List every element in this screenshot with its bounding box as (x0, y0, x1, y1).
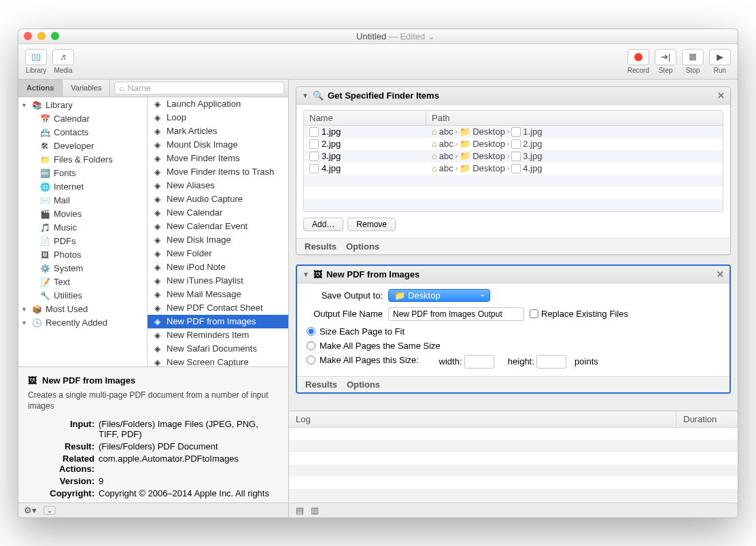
sidebar-item-photos[interactable]: 🖼Photos (18, 248, 147, 262)
action-item[interactable]: ◈New PDF Contact Sheet (148, 301, 288, 315)
action-icon: ◈ (152, 180, 162, 191)
sidebar-item-music[interactable]: 🎵Music (18, 221, 147, 235)
column-view-icon[interactable]: ▥ (311, 505, 319, 515)
sidebar-item-internet[interactable]: 🌐Internet (18, 180, 147, 194)
width-input[interactable] (464, 355, 494, 369)
action-item[interactable]: ◈New Aliases (148, 179, 288, 192)
sidebar-item-label: Files & Folders (54, 154, 113, 165)
results-tab[interactable]: Results (305, 241, 337, 252)
sidebar[interactable]: ▼📚Library📅Calendar📇Contacts🛠Developer📁Fi… (18, 97, 148, 366)
sidebar-item-mail[interactable]: ✉️Mail (18, 194, 147, 207)
action-item[interactable]: ◈Loop (148, 111, 288, 124)
run-button[interactable]: ▶Run (709, 49, 731, 74)
tab-variables[interactable]: Variables (63, 80, 110, 97)
sidebar-item-fonts[interactable]: 🔤Fonts (18, 167, 147, 180)
disclosure-icon[interactable]: ▼ (21, 102, 28, 109)
finder-items-table[interactable]: NamePath 1.jpg⌂ abc › 📁 Desktop › 1.jpg2… (303, 110, 723, 212)
left-header: Actions Variables ⌕ Name (18, 80, 288, 97)
action-item[interactable]: ◈New Reminders Item (148, 328, 288, 342)
image-icon (309, 127, 319, 137)
size-same-radio[interactable]: Make All Pages the Same Size (307, 341, 441, 351)
media-button[interactable]: ♬ Media (52, 49, 74, 74)
action-item[interactable]: ◈Move Finder Items to Trash (148, 165, 288, 179)
duration-header[interactable]: Duration (676, 411, 738, 427)
search-input[interactable]: ⌕ Name (114, 82, 284, 95)
action-item[interactable]: ◈Mount Disk Image (148, 138, 288, 152)
size-fit-radio[interactable]: Size Each Page to Fit (307, 326, 405, 337)
filename-input[interactable] (388, 307, 524, 321)
sidebar-item-calendar[interactable]: 📅Calendar (18, 112, 147, 126)
action-icon: ◈ (152, 343, 162, 354)
library-button[interactable]: ▯▯ Library (25, 49, 47, 74)
action-item[interactable]: ◈New Calendar (148, 206, 288, 220)
replace-checkbox[interactable]: Replace Existing Files (530, 309, 628, 319)
action-item[interactable]: ◈Mark Articles (148, 124, 288, 138)
table-row[interactable]: 1.jpg⌂ abc › 📁 Desktop › 1.jpg (304, 126, 723, 138)
size-custom-radio[interactable]: Make All Pages this Size: (307, 355, 419, 365)
actions-list[interactable]: ◈Launch Application◈Loop◈Mark Articles◈M… (148, 97, 288, 366)
disclosure-icon[interactable]: ⌄ (44, 506, 56, 515)
sidebar-item-label: Recently Added (46, 318, 107, 328)
minimize-icon[interactable] (37, 32, 46, 40)
add-button[interactable]: Add… (303, 218, 343, 231)
action-item[interactable]: ◈Move Finder Items (148, 152, 288, 165)
chevron-down-icon[interactable]: ⌄ (428, 31, 435, 41)
sidebar-item-system[interactable]: ⚙️System (18, 262, 147, 275)
sidebar-item-utilities[interactable]: 🔧Utilities (18, 289, 147, 303)
action-item[interactable]: ◈New iTunes Playlist (148, 274, 288, 288)
sidebar-item-text[interactable]: 📝Text (18, 275, 147, 289)
action-item[interactable]: ◈New Mail Message (148, 288, 288, 301)
action-label: New PDF from Images (167, 316, 256, 326)
height-input[interactable] (536, 355, 566, 369)
card-get-finder-items[interactable]: ▼ 🔍 Get Specified Finder Items ✕ NamePat… (296, 86, 731, 255)
sidebar-item-developer[interactable]: 🛠Developer (18, 139, 147, 153)
action-item[interactable]: ◈New Disk Image (148, 233, 288, 247)
table-row[interactable]: 2.jpg⌂ abc › 📁 Desktop › 2.jpg (304, 138, 723, 150)
zoom-icon[interactable] (51, 32, 59, 40)
results-tab[interactable]: Results (305, 379, 337, 390)
remove-button[interactable]: Remove (347, 218, 396, 231)
log-header[interactable]: Log (289, 411, 676, 427)
tab-actions[interactable]: Actions (18, 80, 63, 97)
folder-icon: 📁 (460, 151, 470, 161)
table-row[interactable]: 4.jpg⌂ abc › 📁 Desktop › 4.jpg (304, 163, 723, 175)
action-icon: ◈ (152, 221, 162, 232)
close-icon[interactable]: ✕ (717, 90, 725, 101)
record-button[interactable]: Record (628, 49, 649, 74)
card-new-pdf[interactable]: ▼ 🖼 New PDF from Images ✕ Save Output to… (296, 265, 731, 394)
home-icon: ⌂ (432, 139, 437, 149)
sidebar-item-contacts[interactable]: 📇Contacts (18, 126, 147, 139)
save-popup[interactable]: 📁Desktop (388, 289, 490, 302)
list-view-icon[interactable]: ▤ (296, 505, 304, 515)
close-icon[interactable]: ✕ (717, 269, 724, 279)
action-item[interactable]: ◈Launch Application (148, 97, 288, 111)
action-item[interactable]: ◈New Calendar Event (148, 220, 288, 233)
col-name[interactable]: Name (304, 111, 426, 125)
disclosure-icon[interactable]: ▼ (21, 320, 28, 326)
action-item[interactable]: ◈New Safari Documents (148, 342, 288, 356)
options-tab[interactable]: Options (347, 379, 380, 390)
workflow-area[interactable]: ▼ 🔍 Get Specified Finder Items ✕ NamePat… (289, 80, 738, 411)
sidebar-item-most-used[interactable]: ▼📦Most Used (18, 303, 147, 316)
action-item[interactable]: ◈New iPod Note (148, 260, 288, 274)
stop-button[interactable]: Stop (682, 49, 704, 74)
action-item[interactable]: ◈New PDF from Images (148, 315, 288, 328)
sidebar-item-library[interactable]: ▼📚Library (18, 99, 147, 112)
options-tab[interactable]: Options (346, 241, 379, 252)
action-item[interactable]: ◈New Folder (148, 247, 288, 260)
sidebar-item-pdfs[interactable]: 📄PDFs (18, 235, 147, 248)
sidebar-item-recently-added[interactable]: ▼🕓Recently Added (18, 316, 147, 330)
disclosure-triangle-icon[interactable]: ▼ (303, 271, 309, 278)
disclosure-icon[interactable]: ▼ (21, 306, 28, 313)
sidebar-item-files-folders[interactable]: 📁Files & Folders (18, 153, 147, 167)
action-item[interactable]: ◈New Audio Capture (148, 192, 288, 206)
gear-icon[interactable]: ⚙︎▾ (24, 505, 37, 515)
disclosure-triangle-icon[interactable]: ▼ (302, 92, 309, 99)
close-icon[interactable] (24, 32, 32, 40)
sidebar-item-label: Music (54, 222, 77, 233)
sidebar-item-movies[interactable]: 🎬Movies (18, 207, 147, 221)
step-button[interactable]: ➔|Step (655, 49, 676, 74)
table-row[interactable]: 3.jpg⌂ abc › 📁 Desktop › 3.jpg (304, 150, 723, 163)
col-path[interactable]: Path (426, 111, 723, 125)
action-item[interactable]: ◈New Screen Capture (148, 356, 288, 366)
